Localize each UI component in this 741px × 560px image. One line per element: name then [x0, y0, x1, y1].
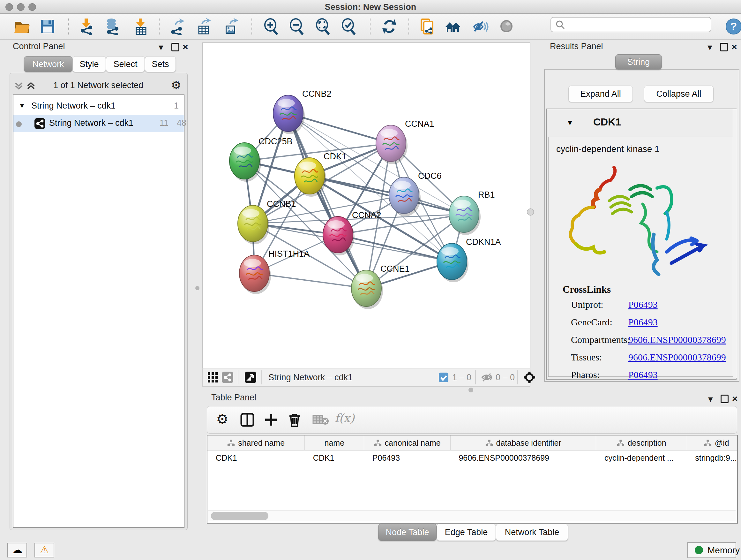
export-table-icon[interactable] [196, 18, 213, 35]
column-header[interactable]: canonical name [364, 435, 451, 450]
hidden-eye-icon[interactable] [481, 372, 493, 384]
selected-nodes-checkbox-icon[interactable] [439, 373, 448, 383]
import-network-file-icon[interactable] [78, 18, 95, 35]
network-edge[interactable] [254, 273, 366, 288]
tab-edge-table[interactable]: Edge Table [436, 523, 496, 541]
export-network-icon[interactable] [169, 18, 186, 35]
splitter-handle-bottom[interactable] [468, 388, 473, 392]
search-input[interactable] [550, 17, 711, 32]
add-column-icon[interactable] [264, 413, 278, 428]
table-cell[interactable]: stringdb:9... [687, 450, 738, 465]
network-panel-header: 1 of 1 Network selected ⚙ [11, 78, 186, 93]
network-collection-row[interactable]: ▼ String Network – cdk1 1 [13, 98, 184, 115]
network-node[interactable]: RB1 [449, 190, 495, 235]
results-panel-maximize-icon[interactable] [720, 43, 728, 51]
inactive-eye-icon [498, 18, 515, 35]
column-header[interactable]: @id [687, 435, 738, 450]
column-header[interactable]: description [596, 435, 687, 450]
clone-network-icon[interactable] [419, 18, 436, 35]
tab-network[interactable]: Network [24, 56, 72, 72]
tab-sets[interactable]: Sets [145, 56, 176, 72]
crosslink-link[interactable]: P06493 [628, 369, 658, 380]
fit-selected-crosshair-icon[interactable] [523, 371, 536, 385]
network-share-icon [35, 118, 45, 129]
network-name: String Network – cdk1 [49, 118, 133, 128]
table-row[interactable]: CDK1CDK1P064939606.ENSP00000378699cyclin… [207, 450, 738, 465]
table-cell[interactable]: P06493 [364, 450, 451, 465]
node-label: HIST1H1A [268, 249, 310, 259]
table-panel-close-icon[interactable]: × [732, 393, 738, 404]
crosslink-label: Uniprot: [571, 299, 603, 310]
table-cell[interactable]: CDK1 [207, 450, 305, 465]
network-view-share-icon[interactable] [222, 372, 233, 384]
collapse-all-button[interactable]: Collapse All [644, 85, 714, 102]
network-node[interactable]: CCNB2 [273, 89, 332, 134]
column-header[interactable]: shared name [207, 435, 305, 450]
crosslink-link[interactable]: P06493 [628, 299, 658, 310]
save-session-icon[interactable] [39, 18, 56, 35]
network-row[interactable]: String Network – cdk1 11 48 [13, 115, 184, 132]
delete-column-icon[interactable] [287, 412, 301, 429]
export-image-icon[interactable] [222, 18, 240, 35]
grid-view-icon[interactable] [207, 372, 219, 384]
scrollbar-thumb[interactable] [211, 512, 268, 520]
panel-resize-handle[interactable] [527, 208, 534, 215]
crosslink-link[interactable]: P06493 [628, 317, 658, 327]
hide-glasses-icon[interactable] [471, 18, 488, 35]
crosslink-row: Compartments:9606.ENSP00000378699 [549, 334, 733, 352]
home-databases-icon[interactable] [444, 18, 461, 35]
control-panel-maximize-icon[interactable] [172, 43, 179, 51]
results-panel-close-icon[interactable]: × [731, 42, 737, 52]
birdseye-view-icon[interactable] [245, 372, 256, 384]
expand-all-button[interactable]: Expand All [568, 85, 633, 102]
tab-network-table[interactable]: Network Table [496, 523, 568, 541]
table-panel-float-icon[interactable]: ▼ [706, 395, 715, 404]
memory-label: Memory [708, 545, 740, 556]
results-panel-float-icon[interactable]: ▼ [706, 43, 714, 52]
control-panel-float-icon[interactable]: ▼ [157, 43, 165, 52]
zoom-fit-icon[interactable] [314, 18, 332, 35]
column-header[interactable]: database identifier [450, 435, 596, 450]
control-panel-close-icon[interactable]: × [183, 42, 188, 52]
tab-select[interactable]: Select [106, 56, 145, 72]
column-header[interactable]: name [305, 435, 364, 450]
tab-style[interactable]: Style [72, 56, 106, 72]
network-graph[interactable]: CCNB2CCNA1CDC25BCDK1CDC6RB1CCNB1CCNA2CDK… [203, 43, 529, 368]
crosslink-link[interactable]: 9606.ENSP00000378699 [628, 352, 726, 363]
results-scrollbar[interactable] [733, 109, 737, 378]
network-node[interactable]: CCNE1 [351, 264, 410, 309]
tab-node-table[interactable]: Node Table [378, 523, 436, 541]
network-node[interactable]: CDC6 [389, 171, 442, 216]
table-settings-gear-icon[interactable]: ⚙ [216, 411, 228, 427]
apply-layout-icon[interactable] [381, 18, 398, 35]
zoom-in-icon[interactable] [263, 18, 280, 35]
warnings-button[interactable]: ⚠ [35, 543, 54, 557]
crosslink-row: Tissues:9606.ENSP00000378699 [549, 352, 733, 369]
crosslink-link[interactable]: 9606.ENSP00000378699 [628, 334, 726, 345]
table-cell[interactable]: 9606.ENSP00000378699 [450, 450, 596, 465]
network-canvas[interactable]: CCNB2CCNA1CDC25BCDK1CDC6RB1CCNB1CCNA2CDK… [202, 43, 530, 369]
network-options-gear-icon[interactable]: ⚙ [171, 78, 181, 91]
table-cell[interactable]: CDK1 [305, 450, 364, 465]
splitter-handle-left[interactable] [195, 286, 199, 290]
zoom-selected-icon[interactable] [340, 18, 357, 35]
toolbar-separator [261, 370, 262, 384]
show-columns-icon[interactable] [240, 413, 254, 428]
open-session-icon[interactable] [13, 18, 30, 35]
network-edge[interactable] [288, 113, 366, 288]
collection-expand-icon[interactable]: ▼ [18, 102, 25, 110]
memory-button[interactable]: Memory [687, 542, 736, 558]
toolbar-separator [408, 18, 409, 35]
tab-string[interactable]: String [615, 54, 662, 70]
zoom-out-icon[interactable] [288, 18, 306, 35]
network-node[interactable]: HIST1H1A [239, 249, 310, 294]
table-horizontal-scrollbar[interactable] [208, 510, 736, 521]
import-network-database-icon[interactable] [104, 18, 121, 35]
protein-collapse-icon[interactable]: ▼ [566, 118, 574, 127]
cloud-status-button[interactable]: ☁ [7, 543, 27, 557]
import-table-file-icon[interactable] [132, 18, 150, 35]
table-cell[interactable]: cyclin-dependent ... [596, 450, 687, 465]
help-icon[interactable]: ? [725, 18, 741, 36]
network-node[interactable]: CDKN1A [437, 237, 501, 282]
table-panel-maximize-icon[interactable] [721, 395, 729, 403]
